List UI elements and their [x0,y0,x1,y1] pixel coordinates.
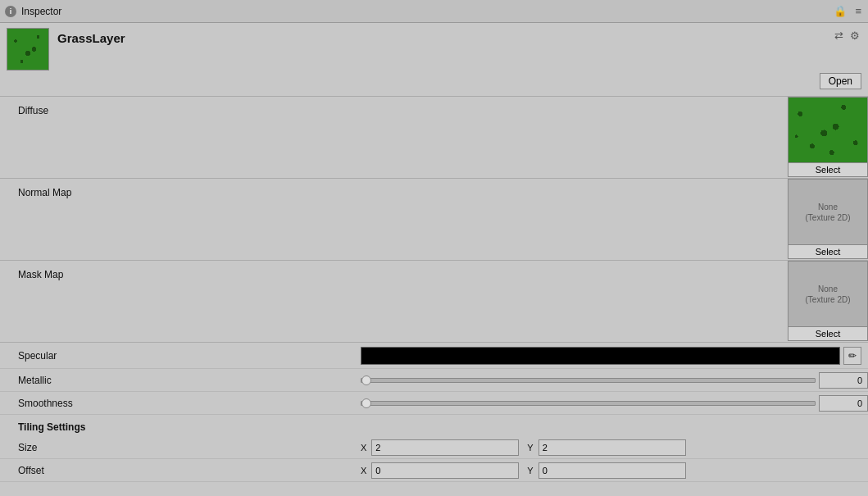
offset-x-label: X [361,466,366,476]
offset-y-label: Y [527,466,533,476]
offset-fields: X Y [361,462,686,479]
offset-x-input[interactable] [371,462,519,479]
offset-row: Offset X Y [0,459,868,482]
metallic-slider-thumb[interactable] [361,375,371,385]
normal-map-section: Normal Map None(Texture 2D) Select [0,179,868,261]
size-y-input[interactable] [539,439,686,456]
asset-actions: ⇄ ⚙ [833,28,861,43]
normal-map-preview: None(Texture 2D) [788,180,867,244]
title-bar: i Inspector 🔒 ≡ [0,0,868,23]
specular-label: Specular [0,350,361,362]
size-label: Size [0,442,361,453]
title-left: i Inspector [5,6,61,17]
offset-label: Offset [0,465,361,476]
asset-name: GrassLayer [57,28,125,45]
pencil-icon: ✏ [848,350,857,362]
metallic-slider-container: 0 [361,372,868,389]
diffuse-texture-slot: Select [788,97,868,177]
title-right: 🔒 ≡ [832,3,863,19]
mask-map-preview-text: None(Texture 2D) [805,284,850,305]
mask-map-preview: None(Texture 2D) [788,262,867,326]
specular-row: Specular ✏ [0,343,868,369]
size-x-label: X [361,443,366,453]
asset-bar: GrassLayer ⇄ ⚙ Open [0,23,868,97]
offset-y-input[interactable] [539,462,686,479]
metallic-row: Metallic 0 [0,369,868,392]
diffuse-preview [788,98,867,162]
smoothness-slider-track[interactable] [361,401,816,406]
metallic-slider-track[interactable] [361,378,816,383]
smoothness-label: Smoothness [0,398,361,409]
metallic-value[interactable]: 0 [819,372,868,389]
mask-map-section: Mask Map None(Texture 2D) Select [0,261,868,343]
main-content: Diffuse Select Normal Map None(Texture 2… [0,97,868,482]
asset-thumbnail [7,28,49,71]
info-icon: i [5,6,16,17]
smoothness-slider-container: 0 [361,395,868,412]
metallic-label: Metallic [0,375,361,386]
mask-map-label: Mask Map [0,261,361,342]
normal-map-label: Normal Map [0,179,361,260]
normal-map-texture-slot: None(Texture 2D) Select [788,179,868,259]
diffuse-label: Diffuse [0,97,361,178]
size-y-label: Y [527,443,533,453]
size-fields: X Y [361,439,686,456]
size-row: Size X Y [0,436,868,459]
open-button[interactable]: Open [820,73,861,89]
menu-button[interactable]: ≡ [853,3,863,19]
smoothness-slider-thumb[interactable] [361,398,371,408]
normal-map-select-button[interactable]: Select [788,244,867,258]
specular-picker-button[interactable]: ✏ [843,347,861,365]
mask-map-select-button[interactable]: Select [788,326,867,340]
smoothness-row: Smoothness 0 [0,392,868,415]
settings-icon[interactable]: ⚙ [848,28,861,43]
inspector-title: Inspector [21,6,61,17]
normal-map-preview-text: None(Texture 2D) [805,202,850,223]
mask-map-texture-slot: None(Texture 2D) Select [788,261,868,341]
specular-color-swatch[interactable] [361,347,840,365]
smoothness-value[interactable]: 0 [819,395,868,412]
expand-icon[interactable]: ⇄ [833,28,845,43]
diffuse-section: Diffuse Select [0,97,868,179]
size-x-input[interactable] [371,439,519,456]
lock-button[interactable]: 🔒 [832,3,848,19]
tiling-settings-header: Tiling Settings [0,415,868,436]
diffuse-select-button[interactable]: Select [788,162,867,176]
